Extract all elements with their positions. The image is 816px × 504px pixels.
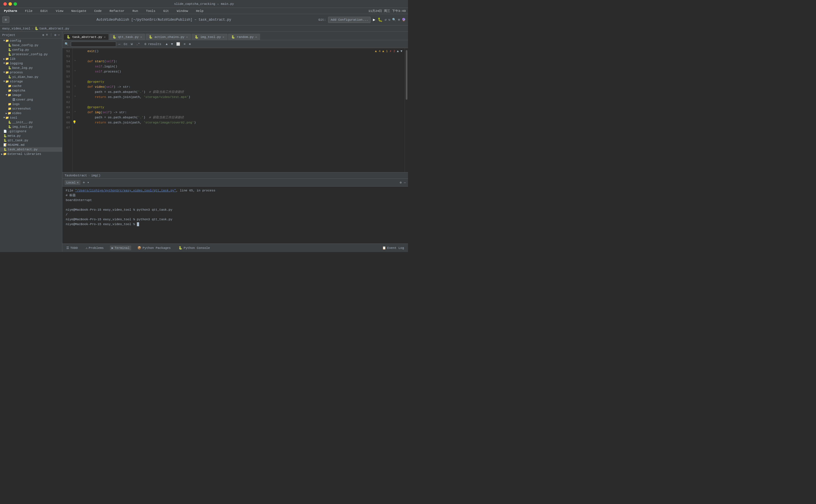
sidebar-item-video[interactable]: ▶ 📁 video	[0, 111, 62, 116]
code-editor[interactable]: exit() def start(self): self.login()	[78, 48, 404, 172]
search-input[interactable]	[71, 42, 116, 47]
sidebar-item-config-py[interactable]: 🐍 config.py	[0, 48, 62, 52]
menu-tools[interactable]: Tools	[144, 9, 157, 13]
multi-file-icon[interactable]: ≡	[182, 42, 187, 46]
breadcrumb-part-1[interactable]: easy_video_tool	[2, 27, 30, 30]
menu-navigate[interactable]: Navigate	[69, 9, 88, 13]
menu-run[interactable]: Run	[131, 9, 140, 13]
chevron-up-icon[interactable]: ▲	[397, 50, 399, 53]
run-button[interactable]: ▶	[373, 17, 375, 22]
word-btn[interactable]: W	[130, 42, 134, 46]
sidebar-item-cache[interactable]: 📁 cache	[0, 84, 62, 88]
menu-refactor[interactable]: Refactor	[108, 9, 126, 13]
terminal-close-icon[interactable]: ✕	[77, 181, 79, 184]
event-log-tab[interactable]: 📋 Event Log	[380, 245, 406, 250]
tab-close-icon[interactable]: ✕	[186, 35, 188, 39]
problems-tab[interactable]: ⚠ Problems	[84, 245, 105, 250]
replace-icon[interactable]: ↔	[117, 42, 122, 46]
add-config-button[interactable]: Add Configuration...	[328, 17, 370, 23]
sidebar-item-process[interactable]: ▼ 📁 process	[0, 70, 62, 75]
minimize-button[interactable]	[8, 2, 12, 6]
sidebar-item-base-log[interactable]: 🐍 base_log.py	[0, 66, 62, 70]
fold-marker-64[interactable]: ▾	[73, 109, 78, 114]
collapse-icon[interactable]: ≡	[46, 33, 48, 37]
maximize-button[interactable]	[14, 2, 17, 6]
next-result-icon[interactable]: ▼	[170, 42, 174, 46]
sidebar-item-base-config[interactable]: 🐍 base_config.py	[0, 43, 62, 48]
sidebar-item-image[interactable]: ▼ 📁 image	[0, 93, 62, 97]
breadcrumb-part-2[interactable]: 🐍 task_abstract.py	[35, 27, 69, 30]
python-packages-tab[interactable]: 📦 Python Packages	[136, 245, 172, 250]
search-icon[interactable]: 🔍	[63, 42, 70, 46]
filter-icon[interactable]: ⋮	[50, 33, 53, 37]
python-console-tab[interactable]: 🐍 Python Console	[177, 245, 211, 250]
sidebar-item-lib[interactable]: ▶ 📁 lib	[0, 57, 62, 61]
sidebar-item-storage[interactable]: ▼ 📁 storage	[0, 79, 62, 84]
fold-marker-61[interactable]: ▾	[73, 94, 78, 99]
breadcrumb-bottom-class[interactable]: TaskAbstract	[65, 174, 87, 177]
sidebar-item-processor-config[interactable]: 🐍 processor_config.py	[0, 52, 62, 57]
fold-marker-54[interactable]: ▾	[73, 58, 78, 63]
menu-help[interactable]: Help	[194, 9, 205, 13]
terminal-add-icon[interactable]: +	[83, 180, 85, 185]
sidebar-item-tool[interactable]: ▼ 📁 tool	[0, 116, 62, 120]
menu-git[interactable]: Git	[161, 9, 170, 13]
menu-edit[interactable]: Edit	[39, 9, 50, 13]
py-file-icon: 🐍	[8, 75, 11, 79]
sidebar-item-qtt-task[interactable]: 🐍 qtt_task.py	[0, 138, 62, 143]
terminal-file-link[interactable]: "/Users/lishiye/pythonSrc/easy_video_too…	[75, 189, 176, 192]
terminal-settings-icon[interactable]: ⚙	[400, 181, 402, 184]
menu-file[interactable]: File	[23, 9, 34, 13]
menu-app[interactable]: PyCharm	[2, 9, 19, 13]
sidebar-item-screenshot[interactable]: 📁 screenshot	[0, 106, 62, 111]
tab-qtt-task[interactable]: 🐍 qtt_task.py ✕	[109, 34, 145, 40]
sidebar-item-init-py[interactable]: 🐍 __init__.py	[0, 120, 62, 125]
terminal-tab-bottom[interactable]: ▶ Terminal	[110, 245, 131, 250]
sidebar-item-meta-py[interactable]: 🐍 meta.py	[0, 134, 62, 138]
tab-random[interactable]: 🐍 random.py ✕	[228, 34, 260, 40]
sidebar-item-task-abstract[interactable]: 🐍 task_abstract.py	[0, 147, 62, 152]
terminal-content[interactable]: File "/Users/lishiye/pythonSrc/easy_vide…	[62, 187, 408, 244]
close-sidebar-icon[interactable]: —	[58, 33, 60, 37]
regex-btn[interactable]: .*	[135, 42, 141, 46]
sidebar-item-logging[interactable]: ▼ 📁 logging	[0, 61, 62, 66]
fold-marker-56[interactable]: ▾	[73, 69, 78, 74]
sidebar-item-config[interactable]: ▼ 📁 config	[0, 39, 62, 43]
tab-task-abstract[interactable]: 🐍 task_abstract.py ✕	[63, 34, 109, 40]
sidebar-item-captcha[interactable]: 📁 captcha	[0, 88, 62, 93]
case-sensitive-btn[interactable]: Cc	[123, 42, 129, 46]
filter-icon[interactable]: ⊛	[188, 42, 192, 46]
tab-close-icon[interactable]: ✕	[223, 35, 224, 39]
tab-close-icon[interactable]: ✕	[104, 35, 106, 39]
sidebar-item-readme[interactable]: 📝 README.md	[0, 143, 62, 147]
menu-window[interactable]: Window	[175, 9, 190, 13]
breadcrumb-bottom-method[interactable]: img()	[91, 174, 101, 177]
settings-icon[interactable]: ⚙	[54, 33, 56, 37]
sidebar-item-yi-dian-hao[interactable]: 🐍 yi_dian_hao.py	[0, 75, 62, 79]
tab-close-icon[interactable]: ✕	[255, 35, 257, 39]
menu-code[interactable]: Code	[92, 9, 103, 13]
expand-icon[interactable]: ⬜	[175, 42, 181, 46]
chevron-down-nav-icon[interactable]: ▼	[400, 50, 402, 53]
sidebar-item-logs[interactable]: 📁 logs	[0, 102, 62, 106]
right-scrollbar[interactable]	[404, 48, 408, 172]
tab-action-chains[interactable]: 🐍 action_chains.py ✕	[146, 34, 191, 40]
terminal-close-btn[interactable]: —	[404, 181, 406, 184]
sidebar-item-img-tool[interactable]: 🐍 img_tool.py	[0, 125, 62, 129]
settings-icon-btn[interactable]: ⚙	[2, 16, 9, 23]
close-button[interactable]	[3, 2, 7, 6]
sidebar-item-external-libs[interactable]: ▶ 📁 External Libraries	[0, 152, 62, 156]
chevron-right-icon: ▶	[6, 112, 7, 115]
todo-tab[interactable]: ☰ TODO	[65, 245, 79, 250]
sidebar-item-gitignore[interactable]: 📄 .gitignore	[0, 129, 62, 134]
menu-view[interactable]: View	[54, 9, 65, 13]
terminal-tab-local[interactable]: Local ✕	[65, 180, 80, 185]
debug-button[interactable]: 🐛	[378, 17, 382, 22]
tab-img-tool[interactable]: 🐍 img_tool.py ✕	[191, 34, 227, 40]
terminal-chevron-icon[interactable]: ▾	[87, 181, 89, 184]
sidebar-item-cover-png[interactable]: 🖼 cover.png	[0, 97, 62, 102]
scope-icon[interactable]: ⊕	[42, 33, 44, 37]
tab-close-icon[interactable]: ✕	[140, 35, 142, 39]
prev-result-icon[interactable]: ▲	[165, 42, 169, 46]
fold-marker-59[interactable]: ▾	[73, 84, 78, 89]
